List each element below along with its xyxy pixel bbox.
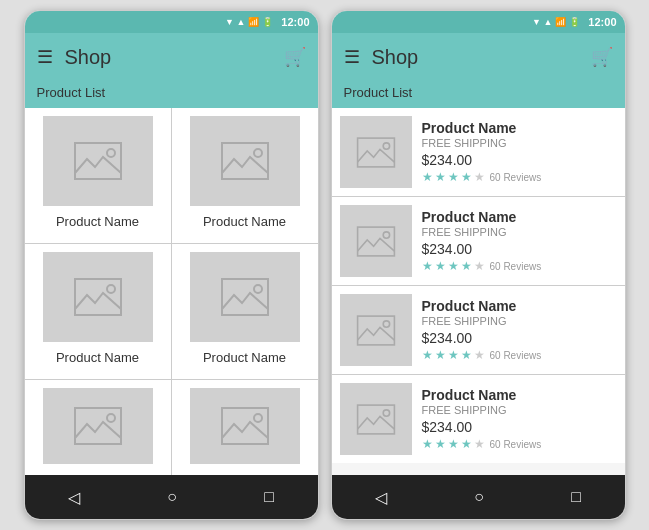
cart-icon-list[interactable]: 🛒 (591, 46, 613, 68)
svg-rect-6 (222, 279, 268, 315)
svg-rect-4 (75, 279, 121, 315)
status-icons-list: ▼ ▲ 📶 🔋 (532, 17, 580, 27)
home-button-list[interactable] (462, 480, 496, 514)
image-placeholder-icon (220, 141, 270, 181)
status-bar-list: ▼ ▲ 📶 🔋 12:00 (332, 11, 625, 33)
list-shipping-1: FREE SHIPPING (422, 137, 617, 149)
wifi-icon-list: 📶 (555, 17, 566, 27)
list-image-icon (356, 135, 396, 170)
list-product-image-4 (340, 383, 412, 455)
phone-list: ▼ ▲ 📶 🔋 12:00 ☰ Shop 🛒 Product List (331, 10, 626, 520)
list-item[interactable]: Product Name FREE SHIPPING $234.00 ★ ★ ★… (332, 108, 625, 196)
star-2: ★ (435, 170, 446, 184)
app-bar-grid: ☰ Shop 🛒 (25, 33, 318, 81)
product-image-6 (190, 388, 300, 464)
back-button-list[interactable] (363, 480, 399, 515)
stars-row-1: ★ ★ ★ ★ ★ 60 Reviews (422, 170, 617, 184)
list-product-image-2 (340, 205, 412, 277)
reviews-count-4: 60 Reviews (490, 439, 542, 450)
reviews-count-3: 60 Reviews (490, 350, 542, 361)
image-placeholder-icon (73, 277, 123, 317)
star-3: ★ (448, 437, 459, 451)
svg-point-15 (383, 231, 389, 237)
list-item[interactable]: Product Name (25, 108, 171, 243)
svg-point-1 (107, 149, 115, 157)
recent-button-grid[interactable] (252, 480, 286, 514)
star-5: ★ (474, 348, 485, 362)
image-placeholder-icon (220, 277, 270, 317)
battery-icon: 🔋 (262, 17, 273, 27)
product-image-3 (43, 252, 153, 342)
list-item-info-2: Product Name FREE SHIPPING $234.00 ★ ★ ★… (422, 209, 617, 273)
list-image-icon (356, 402, 396, 437)
list-item-info-4: Product Name FREE SHIPPING $234.00 ★ ★ ★… (422, 387, 617, 451)
star-4: ★ (461, 170, 472, 184)
list-product-name-3: Product Name (422, 298, 617, 314)
svg-point-11 (254, 414, 262, 422)
list-item[interactable]: Product Name FREE SHIPPING $234.00 ★ ★ ★… (332, 197, 625, 285)
app-title-grid: Shop (65, 46, 284, 69)
svg-rect-12 (357, 138, 394, 167)
sub-header-list: Product List (332, 81, 625, 108)
recent-button-list[interactable] (559, 480, 593, 514)
cart-icon-grid[interactable]: 🛒 (284, 46, 306, 68)
stars-row-3: ★ ★ ★ ★ ★ 60 Reviews (422, 348, 617, 362)
sub-header-grid: Product List (25, 81, 318, 108)
stars-row-4: ★ ★ ★ ★ ★ 60 Reviews (422, 437, 617, 451)
product-list: Product Name FREE SHIPPING $234.00 ★ ★ ★… (332, 108, 625, 463)
back-button-grid[interactable] (56, 480, 92, 515)
grid-content-area: Product Name Product Name (25, 108, 318, 475)
star-1: ★ (422, 437, 433, 451)
list-item[interactable]: Product Name (172, 108, 318, 243)
product-image-2 (190, 116, 300, 206)
list-item[interactable]: Product Name FREE SHIPPING $234.00 ★ ★ ★… (332, 375, 625, 463)
signal-icon-list: ▼ ▲ (532, 17, 552, 27)
product-name-3: Product Name (56, 350, 139, 371)
svg-rect-8 (75, 408, 121, 444)
svg-point-13 (383, 142, 389, 148)
star-5: ★ (474, 170, 485, 184)
list-item[interactable]: Product Name (172, 244, 318, 379)
list-item[interactable] (25, 380, 171, 475)
list-shipping-2: FREE SHIPPING (422, 226, 617, 238)
star-1: ★ (422, 259, 433, 273)
svg-point-9 (107, 414, 115, 422)
product-name-1: Product Name (56, 214, 139, 235)
list-shipping-4: FREE SHIPPING (422, 404, 617, 416)
list-item[interactable] (172, 380, 318, 475)
phone-grid: ▼ ▲ 📶 🔋 12:00 ☰ Shop 🛒 Product List (24, 10, 319, 520)
star-2: ★ (435, 348, 446, 362)
status-icons: ▼ ▲ 📶 🔋 (225, 17, 273, 27)
list-image-icon (356, 224, 396, 259)
product-name-4: Product Name (203, 350, 286, 371)
product-image-5 (43, 388, 153, 464)
reviews-count-2: 60 Reviews (490, 261, 542, 272)
svg-rect-10 (222, 408, 268, 444)
list-item[interactable]: Product Name FREE SHIPPING $234.00 ★ ★ ★… (332, 286, 625, 374)
star-1: ★ (422, 170, 433, 184)
list-content-area: Product Name FREE SHIPPING $234.00 ★ ★ ★… (332, 108, 625, 475)
svg-point-19 (383, 409, 389, 415)
list-image-icon (356, 313, 396, 348)
hamburger-icon[interactable]: ☰ (37, 46, 53, 68)
svg-rect-16 (357, 316, 394, 345)
battery-icon-list: 🔋 (569, 17, 580, 27)
wifi-icon: 📶 (248, 17, 259, 27)
hamburger-icon-list[interactable]: ☰ (344, 46, 360, 68)
star-3: ★ (448, 170, 459, 184)
svg-rect-14 (357, 227, 394, 256)
home-button-grid[interactable] (155, 480, 189, 514)
status-time: 12:00 (281, 16, 309, 28)
star-3: ★ (448, 259, 459, 273)
star-4: ★ (461, 348, 472, 362)
status-bar-grid: ▼ ▲ 📶 🔋 12:00 (25, 11, 318, 33)
star-4: ★ (461, 259, 472, 273)
stars-row-2: ★ ★ ★ ★ ★ 60 Reviews (422, 259, 617, 273)
svg-point-7 (254, 285, 262, 293)
list-item[interactable]: Product Name (25, 244, 171, 379)
image-placeholder-icon (220, 406, 270, 446)
product-image-1 (43, 116, 153, 206)
list-price-4: $234.00 (422, 419, 617, 435)
star-1: ★ (422, 348, 433, 362)
list-product-name-1: Product Name (422, 120, 617, 136)
